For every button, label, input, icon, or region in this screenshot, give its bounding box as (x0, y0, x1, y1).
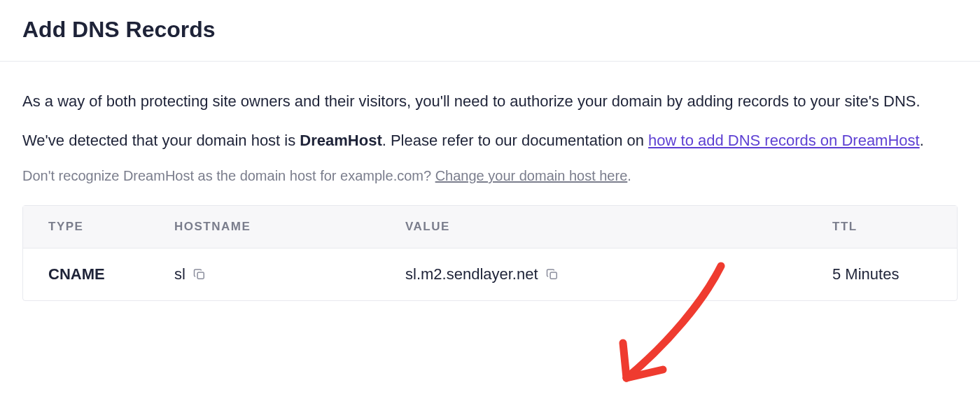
dns-table: TYPE HOSTNAME VALUE TTL CNAME sl sl.m2.s… (22, 205, 958, 301)
hostname-value: sl (174, 265, 186, 284)
cell-ttl: 5 Minutes (832, 265, 932, 284)
doc-link[interactable]: how to add DNS records on DreamHost (648, 132, 920, 149)
cell-hostname: sl (174, 265, 405, 284)
copy-icon[interactable] (192, 267, 206, 281)
change-host-link[interactable]: Change your domain host here (435, 168, 628, 183)
detected-pre: We've detected that your domain host is (22, 132, 300, 149)
copy-icon[interactable] (545, 267, 559, 281)
value-text: sl.m2.sendlayer.net (405, 265, 538, 284)
cell-type: CNAME (48, 265, 174, 284)
svg-rect-0 (197, 272, 204, 279)
header-hostname: HOSTNAME (174, 220, 405, 234)
svg-rect-1 (550, 272, 556, 279)
intro-text: As a way of both protecting site owners … (22, 90, 958, 113)
dns-table-header: TYPE HOSTNAME VALUE TTL (23, 206, 957, 248)
detected-text: We've detected that your domain host is … (22, 129, 958, 153)
unrecognized-pre: Don't recognize DreamHost as the domain … (22, 168, 435, 183)
header-value: VALUE (405, 220, 832, 234)
unrecognized-post: . (627, 168, 631, 183)
table-row: CNAME sl sl.m2.sendlayer.net (23, 248, 957, 300)
detected-host: DreamHost (300, 132, 382, 149)
period: . (920, 132, 924, 149)
header-type: TYPE (48, 220, 174, 234)
header-ttl: TTL (832, 220, 932, 234)
unrecognized-text: Don't recognize DreamHost as the domain … (22, 168, 958, 184)
cell-value: sl.m2.sendlayer.net (405, 265, 832, 284)
page-title: Add DNS Records (22, 17, 958, 43)
detected-post: . Please refer to our documentation on (382, 132, 648, 149)
section-divider (0, 61, 980, 62)
